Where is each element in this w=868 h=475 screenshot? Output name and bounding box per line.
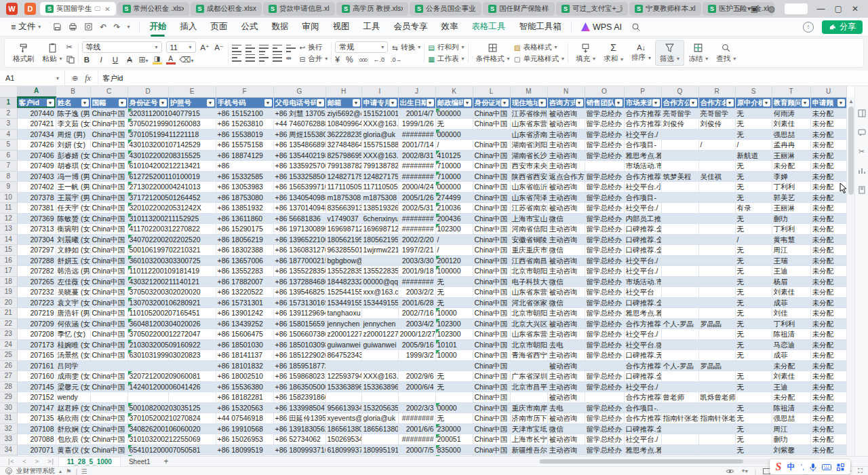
- cell[interactable]: 被动咨询: [547, 182, 585, 193]
- increase-font-icon[interactable]: A⁺: [200, 43, 210, 52]
- cell[interactable]: China中国: [90, 255, 127, 266]
- cell[interactable]: +86 田延伶1395: [273, 413, 326, 424]
- cell[interactable]: 被动咨询: [547, 108, 585, 119]
- file-tab[interactable]: S 公务员国企事业单: [410, 2, 481, 16]
- cell[interactable]: 180562195: [326, 234, 361, 245]
- cell[interactable]: 合作方推荐: [624, 119, 661, 130]
- cell[interactable]: 被动咨询: [547, 413, 585, 424]
- cell[interactable]: 指南针张老: [698, 413, 735, 424]
- cell[interactable]: 未分配: [810, 224, 846, 235]
- cell[interactable]: 刘素佳: [772, 119, 810, 130]
- cell[interactable]: +86 1850103098: [273, 339, 326, 350]
- cell[interactable]: +86 1580156591: [273, 318, 326, 329]
- cell[interactable]: [661, 192, 698, 203]
- cell[interactable]: 亮哥留学: [661, 108, 698, 119]
- header-cell[interactable]: 父母电话号码▼: [273, 97, 326, 108]
- cell[interactable]: 无: [735, 434, 772, 445]
- cell[interactable]: 411702200312270822: [127, 224, 168, 235]
- cell[interactable]: 未分配: [810, 402, 846, 413]
- file-tab[interactable]: S 常州公积金 .xlsx: [117, 2, 189, 16]
- cell[interactable]: [698, 224, 735, 235]
- cell[interactable]: 被动咨询: [547, 203, 585, 214]
- cell[interactable]: +86 18141137: [216, 350, 273, 361]
- cell[interactable]: [90, 360, 127, 371]
- cell[interactable]: [168, 392, 216, 403]
- cell[interactable]: +86 1335925706: [273, 455, 326, 457]
- cell[interactable]: 陕西省西安: [510, 455, 547, 457]
- cell[interactable]: 留学总经办: [585, 381, 624, 392]
- cell[interactable]: 169698712: [326, 224, 361, 235]
- cell[interactable]: +86 18501030: [216, 339, 273, 350]
- cell[interactable]: +86 1582391866: [273, 392, 326, 403]
- cell[interactable]: 河北省张家: [510, 297, 547, 308]
- cell[interactable]: [435, 392, 473, 403]
- eye-icon[interactable]: [726, 468, 734, 474]
- cell[interactable]: 2001/6/6: [398, 423, 435, 434]
- cell[interactable]: [473, 129, 510, 140]
- cell[interactable]: 口碑推荐.全: [624, 297, 661, 308]
- cell[interactable]: [661, 234, 698, 245]
- col-letter-D[interactable]: D: [127, 86, 168, 97]
- header-cell[interactable]: 申请顾▼: [810, 97, 846, 108]
- cell[interactable]: [698, 182, 735, 193]
- cell[interactable]: 未分配: [810, 150, 846, 161]
- conditional-format-button[interactable]: 条件格式▾: [472, 40, 514, 66]
- cell[interactable]: 韩浩远 (男: [56, 266, 90, 277]
- microphone-icon[interactable]: [810, 463, 816, 472]
- insert-function-icon[interactable]: fx: [85, 73, 91, 83]
- cell[interactable]: [661, 129, 698, 140]
- cell[interactable]: 未分配: [810, 276, 846, 287]
- cell[interactable]: 1997/2/21: [398, 245, 435, 256]
- cell[interactable]: 32010220020531242X: [127, 203, 168, 214]
- cell[interactable]: 无: [735, 413, 772, 424]
- thousands-format-icon[interactable]: 000: [359, 57, 368, 63]
- cell[interactable]: [661, 444, 698, 455]
- cell[interactable]: 刘佳: [772, 308, 810, 319]
- cell[interactable]: 340702200202202520: [127, 234, 168, 245]
- cell[interactable]: 广东省深圳: [510, 371, 547, 382]
- cell[interactable]: 社交平台./: [624, 129, 661, 140]
- cell[interactable]: 留学总经办: [585, 371, 624, 382]
- menu-页面[interactable]: 页面: [203, 18, 234, 37]
- cell[interactable]: [510, 360, 547, 371]
- row-number[interactable]: 31: [0, 413, 17, 424]
- cell[interactable]: China中国: [90, 234, 127, 245]
- cell[interactable]: China中国: [473, 308, 510, 319]
- cell[interactable]: ########: [398, 434, 435, 445]
- cell[interactable]: [698, 255, 735, 266]
- cell[interactable]: 罗晶晶: [698, 318, 735, 329]
- header-cell[interactable]: 原中介机▼: [735, 97, 772, 108]
- cell[interactable]: 2000/6/4: [398, 381, 435, 392]
- header-cell[interactable]: 护照号▼: [168, 97, 216, 108]
- cell[interactable]: 何依涵 (女: [56, 318, 90, 329]
- cell[interactable]: 未分配: [810, 171, 846, 182]
- cell[interactable]: China中国: [90, 192, 127, 203]
- cell[interactable]: 000000: [435, 182, 473, 193]
- redo-icon[interactable]: ↷: [113, 22, 120, 32]
- cell[interactable]: 未分配: [810, 108, 846, 119]
- first-sheet-icon[interactable]: |<: [4, 458, 19, 465]
- menu-开始[interactable]: 开始: [142, 18, 173, 37]
- cell[interactable]: 电子科技大: [510, 276, 547, 287]
- col-letter-C[interactable]: C: [90, 86, 127, 97]
- cell[interactable]: 152544155: [326, 287, 361, 298]
- outline-icon[interactable]: ☰: [81, 468, 87, 475]
- cell[interactable]: [661, 423, 698, 434]
- cell[interactable]: 黄韦慧: [772, 234, 810, 245]
- cell[interactable]: China中国: [473, 255, 510, 266]
- cell[interactable]: v1749037: [326, 213, 361, 224]
- undo-icon[interactable]: ↶: [100, 22, 106, 32]
- cell[interactable]: 江苏省徐州: [510, 108, 547, 119]
- cell[interactable]: China中国: [473, 266, 510, 277]
- cell[interactable]: 留学总经办: [585, 245, 624, 256]
- header-cell[interactable]: 销售团队▼: [585, 97, 624, 108]
- cell[interactable]: [698, 129, 735, 140]
- layout-mode-icon[interactable]: ▣: [751, 4, 758, 14]
- cell[interactable]: 370502199901260083: [127, 119, 168, 130]
- ime-punctuation-toggle[interactable]: ’,: [801, 463, 805, 471]
- book-panel-icon[interactable]: [858, 186, 866, 194]
- cell[interactable]: 610104200212213421: [127, 161, 168, 172]
- row-number[interactable]: 27: [0, 371, 17, 382]
- cell[interactable]: gloria@uk: [361, 413, 398, 424]
- cell[interactable]: 留学总经办: [585, 339, 624, 350]
